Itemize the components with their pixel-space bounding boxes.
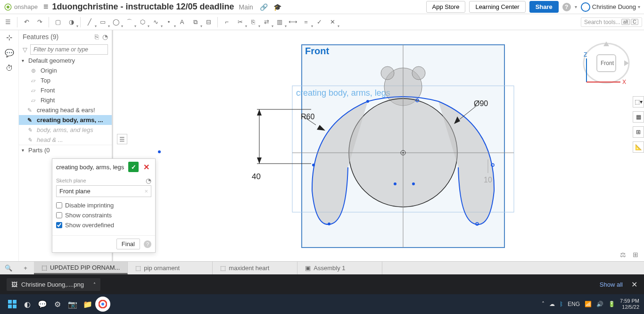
tree-feature-head[interactable]: ✎ head & ...	[19, 135, 112, 145]
settings-icon[interactable]: ⚙	[50, 297, 65, 312]
battery-icon[interactable]: 🔋	[608, 301, 615, 307]
canvas-viewport[interactable]: Front creating body, arms, legs	[113, 30, 644, 261]
insert-feature-icon[interactable]: ⎘	[95, 33, 99, 41]
constraint-tool-icon[interactable]: ✕	[326, 16, 339, 28]
confirm-button[interactable]: ✓	[128, 162, 139, 172]
chk1[interactable]	[56, 202, 62, 208]
feature-filter-input[interactable]	[30, 44, 108, 55]
history-icon[interactable]: ⏱	[6, 64, 13, 73]
sketch-dialog[interactable]: creating body, arms, legs ✓ ✕ Sketch pla…	[52, 158, 156, 253]
redo-icon[interactable]: ↷	[33, 16, 46, 28]
share-button[interactable]: Share	[529, 1, 559, 13]
point-8[interactable]	[312, 164, 315, 166]
document-title[interactable]: 1duongchristine - instructable 12/05 dea…	[52, 2, 234, 12]
teams-icon[interactable]: 💬	[35, 297, 50, 312]
point-1[interactable]	[394, 182, 396, 185]
link-icon[interactable]: 🔗	[260, 3, 268, 11]
branch-label[interactable]: Main	[239, 3, 253, 11]
pierce-tool-icon[interactable]: ✓	[313, 16, 325, 28]
chk2[interactable]	[56, 212, 62, 218]
tab-maxident-heart[interactable]: ⬚ maxident heart	[213, 262, 297, 274]
measure-icon[interactable]: 📐	[633, 141, 644, 153]
sketch-icon[interactable]: ▢	[52, 16, 64, 28]
camera-icon[interactable]: 📷	[65, 297, 80, 312]
point-2[interactable]	[412, 182, 415, 185]
spline-tool-icon[interactable]: ∿	[149, 16, 162, 28]
point-7[interactable]	[366, 100, 369, 103]
hamburger-icon[interactable]: ≡	[43, 2, 49, 12]
tab-updated-pip[interactable]: ⬚ UPDATED PIP ORNAM...	[34, 262, 128, 274]
download-chip[interactable]: 🖼 Christine Duong,....png ˄	[7, 278, 100, 291]
add-tab-button[interactable]: +	[17, 262, 34, 274]
disable-imprinting-checkbox[interactable]: Disable imprinting	[56, 202, 151, 209]
help-caret-icon[interactable]: ▾	[575, 4, 577, 9]
wifi-icon[interactable]: 📶	[585, 301, 592, 307]
point-tool-icon[interactable]: •	[163, 16, 175, 28]
tree-top[interactable]: ▱ Top	[19, 75, 112, 85]
tree-feature-head-ears[interactable]: ✎ creating head & ears!	[19, 105, 112, 115]
explorer-icon[interactable]: 📁	[80, 297, 95, 312]
volume-icon[interactable]: 🔊	[596, 301, 603, 307]
units-icon[interactable]: ⚖	[620, 251, 626, 258]
education-icon[interactable]: 🎓	[273, 3, 281, 11]
section-view-icon[interactable]: ▦	[633, 111, 644, 123]
user-menu[interactable]: Christine Duong ▾	[581, 2, 640, 12]
chevron-up-icon[interactable]: ˄	[93, 282, 96, 287]
iso-view-icon[interactable]: ⬚▾	[633, 96, 644, 107]
tab-pip-ornament[interactable]: ⬚ pip ornament	[128, 262, 213, 274]
dim10-label[interactable]: 10	[484, 176, 492, 184]
polygon-tool-icon[interactable]: ⬡	[136, 16, 149, 28]
show-constraints-checkbox[interactable]: Show constraints	[56, 212, 151, 219]
offset-tool-icon[interactable]: ⎘	[247, 16, 259, 28]
mirror-tool-icon[interactable]: ▥	[273, 16, 286, 28]
show-all-downloads[interactable]: Show all	[600, 281, 623, 288]
text-tool-icon[interactable]: A	[176, 16, 188, 28]
final-button[interactable]: Final	[116, 239, 140, 249]
d90-label[interactable]: Ø90	[474, 99, 488, 107]
feature-list-icon[interactable]: ☰	[2, 16, 14, 28]
search-tools-input[interactable]: Search tools... alt C	[581, 17, 642, 27]
chrome-icon[interactable]	[95, 297, 110, 312]
brand-logo[interactable]: onshape	[4, 3, 38, 11]
arc-tool-icon[interactable]: ⌒	[123, 16, 135, 28]
app-store-button[interactable]: App Store	[426, 1, 466, 13]
dim-40[interactable]: 40	[252, 172, 261, 181]
circle-tool-icon[interactable]: ◯	[110, 16, 122, 28]
stray-point[interactable]	[158, 150, 161, 153]
dialog-help-icon[interactable]: ?	[144, 240, 151, 248]
rectangle-tool-icon[interactable]: ▭	[97, 16, 109, 28]
clear-plane-icon[interactable]: ×	[144, 188, 148, 195]
tray-expand-icon[interactable]: ˄	[542, 301, 545, 307]
show-overdefined-checkbox[interactable]: Show overdefined	[56, 222, 151, 229]
dimension-tool-icon[interactable]: ⟷	[287, 16, 299, 28]
rollback-icon[interactable]: ◔	[102, 33, 108, 41]
tab-search-icon[interactable]: 🔍	[0, 262, 17, 274]
system-clock[interactable]: 7:59 PM 12/5/22	[620, 298, 639, 310]
help-icon[interactable]: ?	[562, 3, 571, 11]
view-cube-face[interactable]: Front	[601, 60, 614, 66]
learning-center-button[interactable]: Learning Center	[469, 1, 525, 13]
tree-right[interactable]: ▱ Right	[19, 95, 112, 105]
tree-default-geometry[interactable]: ▾ Default geometry	[19, 56, 112, 66]
tree-front[interactable]: ▱ Front	[19, 85, 112, 95]
taskview-icon[interactable]: ◐	[20, 297, 35, 312]
bluetooth-icon[interactable]: ᛒ	[560, 301, 563, 307]
trim-tool-icon[interactable]: ✂	[234, 16, 246, 28]
sketch-plane-input[interactable]: Front plane ×	[56, 185, 151, 197]
chk3[interactable]	[56, 222, 62, 228]
construction-icon[interactable]: ⊟	[202, 16, 215, 28]
start-icon[interactable]	[5, 297, 20, 312]
point-3[interactable]	[328, 223, 330, 225]
add-feature-icon[interactable]: ⊹	[6, 33, 12, 42]
use-tool-icon[interactable]: ⧉	[189, 16, 201, 28]
equal-tool-icon[interactable]: =	[300, 16, 312, 28]
history-icon[interactable]: ◔	[146, 177, 151, 184]
cancel-button[interactable]: ✕	[141, 163, 151, 172]
tree-feature-body-arms-legs[interactable]: ✎ body, arms, and legs	[19, 125, 112, 135]
tree-parts[interactable]: ▾ Parts (0	[19, 145, 112, 155]
comments-icon[interactable]: 💬	[5, 49, 14, 58]
undo-icon[interactable]: ↶	[20, 16, 33, 28]
filter-icon[interactable]: ▽	[23, 46, 27, 53]
fillet-tool-icon[interactable]: ⌐	[221, 16, 233, 28]
grid-icon[interactable]: ⊞	[633, 251, 638, 258]
